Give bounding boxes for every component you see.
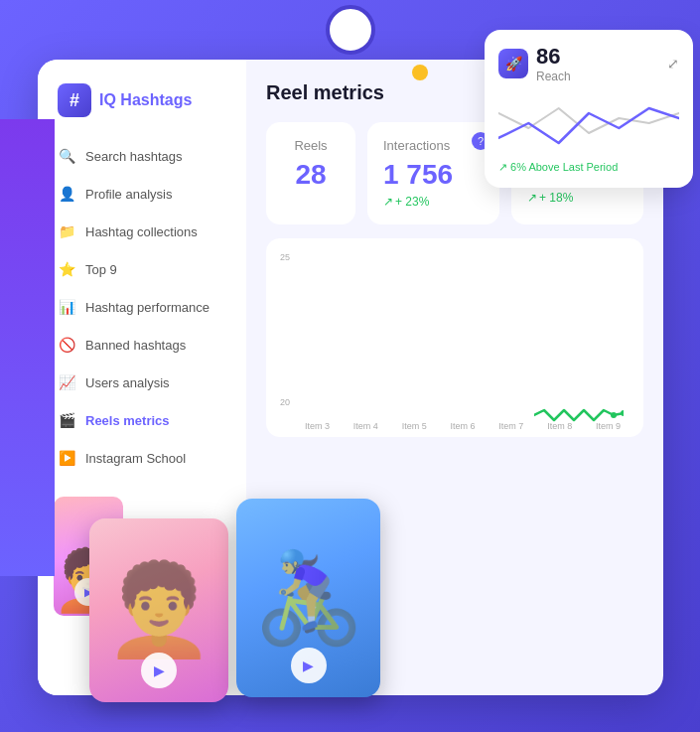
bars-container [296,252,630,407]
school-icon: ▶️ [58,449,75,467]
sidebar-item-users[interactable]: 📈 Users analysis [38,364,246,401]
sidebar-item-label: Banned hashtags [85,338,186,353]
sidebar-item-label: Instagram School [85,451,186,466]
reels-label: Reels [282,138,340,153]
logo-symbol: # [70,90,79,111]
sidebar-navigation: 🔍 Search hashtags 👤 Profile analysis 📁 H… [38,137,246,477]
reach-value: 86 [536,44,571,70]
reach-card-header: 🚀 86 Reach ⤢ [498,44,679,83]
views-change: ↗ + 18% [527,191,628,205]
collections-icon: 📁 [58,222,75,240]
sidebar-item-collections[interactable]: 📁 Hashtag collections [38,213,246,250]
expand-icon[interactable]: ⤢ [667,56,679,72]
x-label-4: Item 4 [345,421,387,431]
reach-card: 🚀 86 Reach ⤢ ↗ 6% Above Last Period [485,30,693,188]
reach-label: Reach [536,70,571,83]
x-label-6: Item 6 [442,421,485,431]
interactions-label: Interactions [383,138,484,153]
reach-change-value: 6% Above Last Period [510,161,618,173]
search-icon: 🔍 [58,147,75,165]
top9-icon: ⭐ [58,260,75,278]
logo-icon: # [58,83,91,117]
sidebar-item-top9[interactable]: ⭐ Top 9 [38,250,246,288]
profile-icon: 👤 [58,185,75,203]
sidebar-item-profile[interactable]: 👤 Profile analysis [38,175,246,213]
y-label-25: 25 [280,252,290,262]
sidebar-item-label: Hashtag collections [85,224,198,239]
views-change-value: + 18% [539,191,573,205]
interactions-change: ↗ + 23% [383,195,484,209]
x-label-7: Item 7 [490,421,532,431]
banned-icon: 🚫 [58,336,75,354]
reach-value-group: 86 Reach [536,44,571,83]
yellow-dot-decoration [412,65,428,80]
interactions-metric-card: ? Interactions 1 756 ↗ + 23% [367,122,499,224]
sidebar-item-label: Search hashtags [85,149,183,164]
sidebar-item-banned[interactable]: 🚫 Banned hashtags [38,326,246,364]
reach-title-group: 🚀 86 Reach [498,44,571,83]
sidebar-item-performance[interactable]: 📊 Hashtag performance [38,288,246,326]
y-label-20: 20 [280,397,290,407]
interactions-change-value: + 23% [395,195,429,209]
reels-icon: 🎬 [58,411,75,429]
sidebar-item-label: Top 9 [85,262,117,277]
reach-line-chart [498,93,679,153]
arrow-up-icon: ↗ [383,195,393,209]
sidebar-item-label: Reels metrics [85,413,170,428]
svg-point-1 [621,410,624,416]
logo-iq: IQ [99,91,116,108]
reach-change-text: ↗ 6% Above Last Period [498,161,679,174]
sidebar-item-school[interactable]: ▶️ Instagram School [38,439,246,477]
svg-point-0 [611,412,617,418]
bottom-thumbnails: 🧑‍🦱 ▶ 🚴‍♀️ ▶ [89,518,380,702]
page-title: Reel metrics [266,81,384,104]
reels-metric-card: Reels 28 [266,122,355,224]
left-purple-strip [0,119,55,576]
rocket-icon: 🚀 [505,56,522,72]
sidebar-logo: # IQ Hashtags [38,83,246,137]
reach-arrow-icon: ↗ [498,161,507,173]
sidebar-item-label: Users analysis [85,375,170,390]
sidebar-item-label: Profile analysis [85,187,172,202]
arrow-up-icon-views: ↗ [527,191,537,205]
chart-y-labels: 25 20 [280,252,290,407]
x-label-5: Item 5 [393,421,436,431]
top-circle-decoration [326,5,375,55]
reach-icon: 🚀 [498,49,528,78]
sidebar-item-label: Hashtag performance [85,300,210,315]
play-button-thumb1[interactable]: ▶ [141,653,177,688]
logo-text: IQ Hashtags [99,91,192,109]
logo-hashtags: Hashtags [120,91,192,108]
interactions-value: 1 756 [383,159,484,191]
sidebar-item-search[interactable]: 🔍 Search hashtags [38,137,246,175]
reels-value: 28 [282,159,340,191]
green-wave-decoration [534,405,624,429]
play-button-thumb2[interactable]: ▶ [291,648,327,683]
x-label-3: Item 3 [296,421,339,431]
thumbnail-1: 🧑‍🦱 ▶ [89,518,228,702]
sidebar-item-reels[interactable]: 🎬 Reels metrics [38,401,246,439]
users-icon: 📈 [58,373,75,391]
thumbnail-2: 🚴‍♀️ ▶ [236,499,380,697]
performance-icon: 📊 [58,298,75,316]
bar-chart: 25 20 [266,238,643,437]
